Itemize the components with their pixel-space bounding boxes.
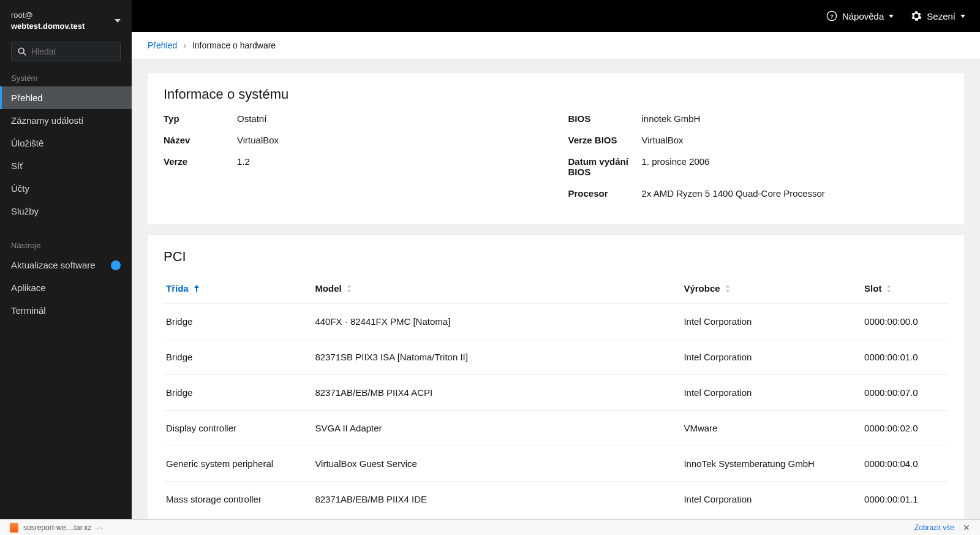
cell-vendor: InnoTek Systemberatung GmbH <box>681 446 862 482</box>
archive-file-icon <box>10 523 18 533</box>
sidebar-item-přehled[interactable]: Přehled <box>0 86 132 109</box>
table-row[interactable]: Generic system peripheralVirtualBox Gues… <box>164 446 948 482</box>
chevron-right-icon: › <box>183 40 186 50</box>
sidebar-item-label: Přehled <box>11 93 43 103</box>
table-row[interactable]: Bridge440FX - 82441FX PMC [Natoma]Intel … <box>164 304 948 340</box>
info-row: Procesor2x AMD Ryzen 5 1400 Quad-Core Pr… <box>568 188 949 199</box>
svg-text:?: ? <box>830 13 834 20</box>
sidebar-item-label: Síť <box>11 161 23 171</box>
section-label-tools: Nástroje <box>0 235 132 254</box>
info-label: Procesor <box>568 188 642 199</box>
help-icon: ? <box>826 10 837 21</box>
sidebar-item-terminál[interactable]: Terminál <box>0 299 132 322</box>
cell-model: 82371AB/EB/MB PIIX4 IDE <box>312 482 681 517</box>
column-header-slot[interactable]: Slot <box>864 283 891 294</box>
column-header-model-label: Model <box>315 283 341 294</box>
svg-point-0 <box>18 48 24 54</box>
sidebar-item-účty[interactable]: Účty <box>0 177 132 200</box>
column-header-model[interactable]: Model <box>315 283 351 294</box>
host-name: webtest.domov.test <box>11 21 85 32</box>
search-input-wrapper[interactable] <box>11 42 121 61</box>
cell-class: Bridge <box>164 304 312 340</box>
host-selector[interactable]: root@ webtest.domov.test <box>0 0 132 42</box>
search-icon <box>18 47 26 56</box>
cell-class: Generic system peripheral <box>164 446 312 482</box>
close-icon[interactable]: ✕ <box>963 523 970 533</box>
table-row[interactable]: Mass storage controller82371AB/EB/MB PII… <box>164 482 948 517</box>
info-row: Datum vydání BIOS1. prosince 2006 <box>568 156 949 177</box>
table-row[interactable]: Bridge82371AB/EB/MB PIIX4 ACPIIntel Corp… <box>164 375 948 411</box>
show-all-downloads[interactable]: Zobrazit vše <box>914 523 954 532</box>
pci-title: PCI <box>164 249 948 265</box>
info-label: Verze <box>164 156 237 167</box>
session-menu[interactable]: Sezení <box>911 10 965 21</box>
info-value: 1. prosince 2006 <box>642 156 710 177</box>
sidebar-item-label: Aktualizace software <box>11 260 96 270</box>
update-badge <box>111 260 121 270</box>
sidebar-item-záznamy-událostí[interactable]: Záznamy událostí <box>0 109 132 132</box>
sort-asc-icon <box>194 285 200 292</box>
table-row[interactable]: Display controllerSVGA II AdapterVMware0… <box>164 411 948 446</box>
cell-slot: 0000:00:07.0 <box>862 375 948 411</box>
table-row[interactable]: Bridge82371SB PIIX3 ISA [Natoma/Triton I… <box>164 340 948 375</box>
info-label: Datum vydání BIOS <box>568 156 642 177</box>
cell-vendor: Intel Corporation <box>681 482 862 517</box>
help-label: Nápověda <box>842 11 884 21</box>
downloads-bar: sosreport-we....tar.xz ︿ Zobrazit vše ✕ <box>0 519 980 535</box>
sidebar: root@ webtest.domov.test Systém PřehledZ… <box>0 0 132 519</box>
system-info-title: Informace o systému <box>164 86 948 102</box>
search-input[interactable] <box>31 47 114 56</box>
content-scroll[interactable]: Informace o systému TypOstatníNázevVirtu… <box>132 59 980 519</box>
cell-slot: 0000:00:00.0 <box>862 304 948 340</box>
help-menu[interactable]: ? Nápověda <box>826 10 894 21</box>
sidebar-item-label: Záznamy událostí <box>11 115 83 126</box>
sidebar-item-síť[interactable]: Síť <box>0 154 132 177</box>
svg-line-1 <box>23 53 26 56</box>
chevron-down-icon <box>889 15 894 18</box>
sidebar-item-úložiště[interactable]: Úložiště <box>0 132 132 154</box>
cell-vendor: Intel Corporation <box>681 375 862 411</box>
breadcrumb-current: Informace o hardware <box>192 40 276 50</box>
topbar: ? Nápověda Sezení <box>132 0 980 32</box>
column-header-slot-label: Slot <box>864 283 881 294</box>
column-header-vendor[interactable]: Výrobce <box>684 283 729 294</box>
chevron-up-icon: ︿ <box>96 522 104 533</box>
column-header-class[interactable]: Třída <box>166 283 200 294</box>
download-filename: sosreport-we....tar.xz <box>23 523 91 532</box>
session-label: Sezení <box>927 11 956 21</box>
info-label: Verze BIOS <box>568 135 642 145</box>
sidebar-item-aktualizace-software[interactable]: Aktualizace software <box>0 254 132 276</box>
sort-icon <box>725 285 730 292</box>
info-value: Ostatní <box>237 113 266 124</box>
info-label: BIOS <box>568 113 642 124</box>
breadcrumb-root[interactable]: Přehled <box>148 40 177 50</box>
cell-slot: 0000:00:01.0 <box>862 340 948 375</box>
sidebar-item-služby[interactable]: Služby <box>0 200 132 222</box>
sidebar-item-aplikace[interactable]: Aplikace <box>0 276 132 299</box>
pci-card: PCI Třída <box>148 235 964 519</box>
sidebar-item-label: Aplikace <box>11 283 46 293</box>
cell-model: 440FX - 82441FX PMC [Natoma] <box>312 304 681 340</box>
column-header-class-label: Třída <box>166 283 189 294</box>
sidebar-item-label: Služby <box>11 206 39 216</box>
breadcrumb: Přehled › Informace o hardware <box>132 32 980 59</box>
cell-slot: 0000:00:04.0 <box>862 446 948 482</box>
cell-model: 82371SB PIIX3 ISA [Natoma/Triton II] <box>312 340 681 375</box>
cell-vendor: Intel Corporation <box>681 340 862 375</box>
info-row: BIOSinnotek GmbH <box>568 113 949 124</box>
cell-model: 82371AB/EB/MB PIIX4 ACPI <box>312 375 681 411</box>
sidebar-item-label: Účty <box>11 183 29 194</box>
info-value: 1.2 <box>237 156 250 167</box>
info-value: innotek GmbH <box>642 113 701 124</box>
host-user: root@ <box>11 10 85 21</box>
cell-class: Bridge <box>164 375 312 411</box>
sidebar-item-label: Terminál <box>11 305 46 316</box>
section-label-system: Systém <box>0 67 132 86</box>
cell-model: VirtualBox Guest Service <box>312 446 681 482</box>
info-row: NázevVirtualBox <box>164 135 544 145</box>
main-area: ? Nápověda Sezení Přehled › Informace <box>132 0 980 519</box>
info-value: VirtualBox <box>237 135 279 145</box>
info-label: Název <box>164 135 237 145</box>
info-label: Typ <box>164 113 237 124</box>
download-item[interactable]: sosreport-we....tar.xz ︿ <box>10 522 104 533</box>
